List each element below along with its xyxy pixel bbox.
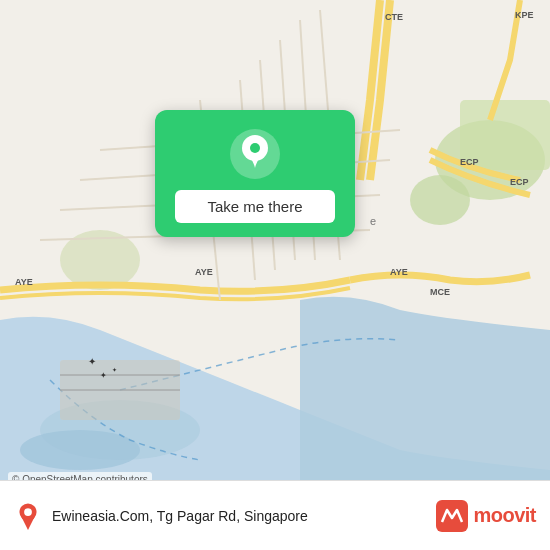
moovit-text: moovit <box>473 504 536 527</box>
bottom-bar: Ewineasia.Com, Tg Pagar Rd, Singapore mo… <box>0 480 550 550</box>
location-info: Ewineasia.Com, Tg Pagar Rd, Singapore <box>14 502 436 530</box>
red-pin-icon <box>14 502 42 530</box>
svg-text:MCE: MCE <box>430 287 450 297</box>
svg-point-34 <box>250 143 260 153</box>
svg-text:ECP: ECP <box>510 177 529 187</box>
svg-text:✦: ✦ <box>100 371 107 380</box>
take-me-there-button[interactable]: Take me there <box>175 190 335 223</box>
svg-text:✦: ✦ <box>112 367 117 373</box>
copyright-text: © OpenStreetMap contributors <box>8 472 152 480</box>
svg-text:✦: ✦ <box>88 356 96 367</box>
svg-point-36 <box>24 508 32 516</box>
moovit-icon <box>436 500 468 532</box>
svg-text:AYE: AYE <box>195 267 213 277</box>
location-text: Ewineasia.Com, Tg Pagar Rd, Singapore <box>52 508 308 524</box>
map-area: CTE KPE ECP ECP AYE AYE AYE MCE e ✦ ✦ ✦ … <box>0 0 550 480</box>
svg-text:e: e <box>370 215 376 227</box>
location-card: Take me there <box>155 110 355 237</box>
svg-text:ECP: ECP <box>460 157 479 167</box>
svg-text:AYE: AYE <box>15 277 33 287</box>
svg-text:AYE: AYE <box>390 267 408 277</box>
location-pin-icon <box>229 128 281 180</box>
svg-text:KPE: KPE <box>515 10 534 20</box>
svg-text:CTE: CTE <box>385 12 403 22</box>
moovit-logo: moovit <box>436 500 536 532</box>
svg-point-4 <box>410 175 470 225</box>
map-svg: CTE KPE ECP ECP AYE AYE AYE MCE e ✦ ✦ ✦ <box>0 0 550 480</box>
